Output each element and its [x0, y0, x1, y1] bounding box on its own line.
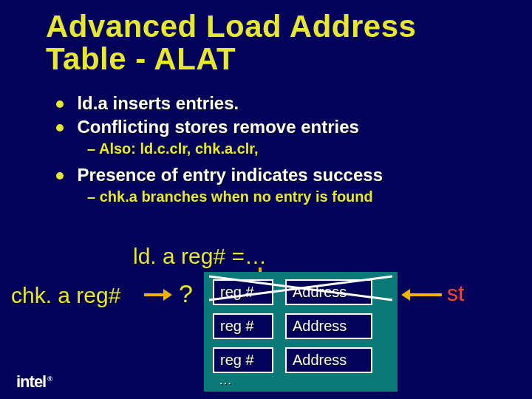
slide: Advanced Load Address Table - ALAT ld.a …: [0, 0, 532, 399]
bullet-text: Conflicting stores remove entries: [77, 117, 358, 137]
alat-table: reg # Address reg # Address reg # Addres…: [204, 272, 398, 392]
cell-reg: reg #: [213, 313, 273, 339]
cell-addr: Address: [285, 313, 372, 339]
bullet-list: ld.a inserts entries. Conflicting stores…: [56, 93, 502, 213]
bullet-dot: [56, 100, 64, 108]
ellipsis: …: [219, 372, 232, 388]
sub-bullet-2: – Also: ld.c.clr, chk.a.clr,: [87, 140, 502, 157]
sub-bullet-3: – chk.a branches when no entry is found: [87, 188, 502, 205]
arrow-right-icon: [144, 290, 171, 300]
intel-logo: intel®: [16, 372, 52, 392]
question-mark: ?: [179, 279, 193, 308]
bullet-dot: [56, 124, 64, 132]
cell-addr: Address: [285, 347, 372, 373]
lda-label: ld. a reg# =…: [133, 244, 267, 269]
arrow-left-icon: [401, 290, 442, 300]
cell-reg: reg #: [213, 347, 273, 373]
logo-text: intel: [16, 372, 46, 391]
bullet-2: Conflicting stores remove entries: [56, 117, 502, 137]
cell-addr: Address: [285, 279, 372, 305]
chk-label: chk. a reg#: [11, 283, 120, 308]
cell-reg: reg #: [213, 279, 273, 305]
slide-title: Advanced Load Address Table - ALAT: [46, 10, 502, 75]
bullet-1: ld.a inserts entries.: [56, 93, 502, 114]
bullet-dot: [56, 172, 64, 180]
bullet-3: Presence of entry indicates success: [56, 165, 502, 185]
registered-icon: ®: [47, 375, 52, 383]
st-label: st: [447, 281, 464, 306]
bullet-text: Presence of entry indicates success: [77, 165, 383, 185]
bullet-text: ld.a inserts entries.: [77, 93, 239, 113]
